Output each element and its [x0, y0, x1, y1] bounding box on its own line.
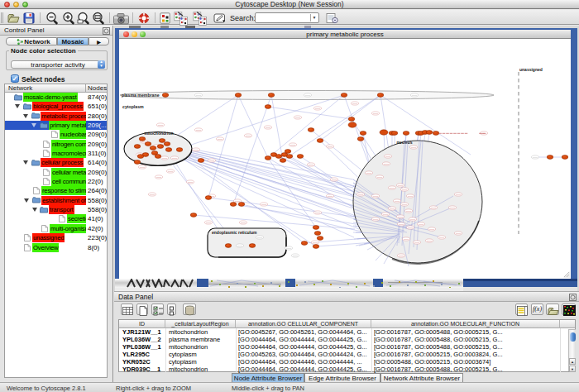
svg-text:mitochondrion: mitochondrion [145, 131, 174, 136]
svg-text:cytoplasm: cytoplasm [122, 104, 144, 109]
svg-text:endoplasmic reticulum: endoplasmic reticulum [212, 230, 257, 235]
svg-text:unassigned: unassigned [519, 67, 543, 72]
svg-text:plasma membrane: plasma membrane [122, 93, 160, 98]
